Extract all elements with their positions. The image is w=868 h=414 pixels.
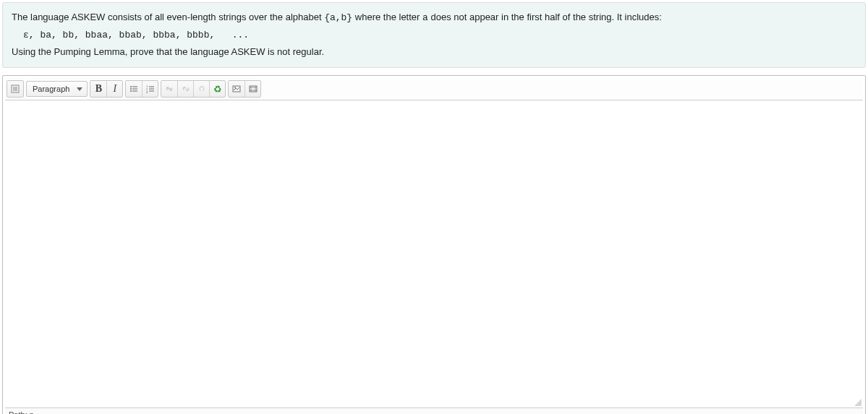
question-text-1a: The language ASKEW consists of all even-…	[12, 12, 324, 22]
editor-path: Path: p	[9, 410, 34, 414]
toolbar-group-links: ♻	[161, 80, 226, 98]
rich-text-editor: Paragraph B I	[2, 75, 866, 414]
letter-literal: a	[422, 12, 428, 23]
toolbar-group-lists: 1 2 3	[125, 80, 158, 98]
svg-point-6	[130, 88, 132, 90]
question-line-2: Using the Pumping Lemma, prove that the …	[12, 45, 856, 59]
insert-media-button[interactable]	[244, 81, 260, 97]
svg-line-16	[184, 87, 188, 91]
recycle-button[interactable]: ♻	[209, 81, 225, 97]
editor-toolbar: Paragraph B I	[5, 78, 863, 100]
toolbar-group-media	[228, 80, 261, 98]
question-panel: The language ASKEW consists of all even-…	[2, 2, 866, 68]
format-select[interactable]: Paragraph	[26, 81, 88, 97]
svg-rect-19	[250, 86, 257, 92]
svg-point-4	[130, 86, 132, 87]
svg-point-18	[234, 87, 236, 88]
numbered-list-button[interactable]: 1 2 3	[142, 81, 158, 97]
question-examples: ε, ba, bb, bbaa, bbab, bbba, bbbb, ...	[23, 30, 856, 40]
italic-button[interactable]: I	[106, 81, 122, 97]
question-line-1: The language ASKEW consists of all even-…	[12, 10, 856, 25]
remove-link-button[interactable]	[177, 81, 193, 97]
question-text-1b: where the letter	[355, 12, 422, 22]
insert-link-button[interactable]	[161, 81, 177, 97]
bold-button[interactable]: B	[90, 81, 106, 97]
editor-content-area[interactable]	[5, 100, 863, 407]
bullet-list-button[interactable]	[126, 81, 142, 97]
anchor-button[interactable]	[193, 81, 209, 97]
alphabet-literal: {a,b}	[324, 12, 352, 23]
resize-handle[interactable]	[853, 397, 861, 406]
question-text-1c: does not appear in the first half of the…	[430, 12, 661, 22]
format-select-label: Paragraph	[33, 85, 69, 93]
chevron-down-icon	[77, 87, 82, 91]
toolbar-group-source	[7, 80, 24, 98]
svg-point-8	[130, 90, 132, 92]
svg-text:3: 3	[146, 90, 148, 93]
editor-status-bar: Path: p	[5, 407, 863, 414]
source-code-button[interactable]	[7, 81, 23, 97]
insert-image-button[interactable]	[229, 81, 244, 97]
toolbar-group-style: B I	[90, 80, 123, 98]
